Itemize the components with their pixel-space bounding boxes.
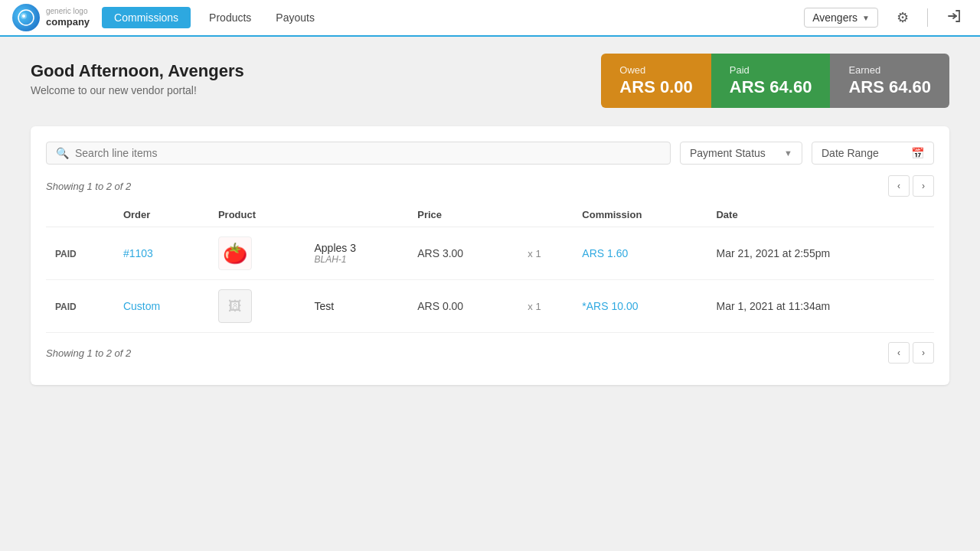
- col-product-img: [305, 203, 408, 227]
- stat-paid-value: ARS 64.60: [730, 77, 812, 97]
- product-image-placeholder: 🖼: [218, 289, 252, 323]
- search-box[interactable]: 🔍: [46, 142, 671, 165]
- table-card: 🔍 Payment Status ▼ Date Range 📅 Showing …: [31, 126, 949, 385]
- price-cell: ARS 3.00: [408, 227, 518, 280]
- pagination-top: Showing 1 to 2 of 2 ‹ ›: [46, 175, 934, 197]
- product-info-cell: Test: [305, 280, 408, 333]
- product-info-cell: Apples 3 BLAH-1: [305, 227, 408, 280]
- stat-paid: Paid ARS 64.60: [711, 54, 831, 108]
- main-content: Owed ARS 0.00 Paid ARS 64.60 Earned ARS …: [0, 37, 980, 409]
- vendor-name: Avengers: [812, 11, 858, 24]
- prev-page-button-bottom[interactable]: ‹: [888, 342, 910, 364]
- stat-paid-label: Paid: [730, 64, 812, 76]
- status-cell: PAID: [46, 280, 114, 333]
- logout-icon: [946, 8, 962, 28]
- commission-link[interactable]: ARS 1.60: [582, 247, 628, 259]
- next-page-button[interactable]: ›: [913, 175, 934, 197]
- payment-status-label: Payment Status: [690, 147, 766, 159]
- showing-text-bottom: Showing 1 to 2 of 2: [46, 347, 131, 359]
- payouts-nav-button[interactable]: Payouts: [270, 7, 321, 28]
- table-header-row: Order Product Price Commission Date: [46, 203, 934, 227]
- product-image-cell: 🖼: [209, 280, 305, 333]
- status-badge: PAID: [55, 249, 77, 259]
- product-image-cell: 🍅: [209, 227, 305, 280]
- commission-cell: ARS 1.60: [573, 227, 707, 280]
- status-badge: PAID: [55, 302, 77, 312]
- table-row: PAID Custom 🖼 Test ARS 0.00 x 1 *ARS 10.…: [46, 280, 934, 333]
- commission-cell: *ARS 10.00: [573, 280, 707, 333]
- calendar-icon: 📅: [911, 147, 924, 159]
- chevron-down-icon: ▼: [784, 148, 792, 158]
- showing-text-top: Showing 1 to 2 of 2: [46, 181, 131, 192]
- price-cell: ARS 0.00: [408, 280, 518, 333]
- commissions-nav-button[interactable]: Commissions: [102, 7, 191, 28]
- product-image: 🍅: [218, 236, 252, 270]
- order-link[interactable]: Custom: [123, 300, 160, 312]
- products-nav-button[interactable]: Products: [203, 7, 257, 28]
- col-status: [46, 203, 114, 227]
- qty-cell: x 1: [518, 227, 573, 280]
- col-commission: Commission: [573, 203, 707, 227]
- search-input[interactable]: [75, 147, 661, 159]
- search-icon: 🔍: [56, 147, 69, 159]
- order-cell: #1103: [114, 227, 209, 280]
- next-page-button-bottom[interactable]: ›: [913, 342, 934, 364]
- settings-button[interactable]: ⚙: [890, 6, 915, 29]
- vendor-selector[interactable]: Avengers ▼: [804, 8, 878, 28]
- svg-point-2: [22, 15, 25, 18]
- product-sku: BLAH-1: [314, 254, 399, 265]
- line-items-table: Order Product Price Commission Date PAID…: [46, 203, 934, 333]
- pagination-buttons-bottom: ‹ ›: [888, 342, 934, 364]
- stat-owed-value: ARS 0.00: [619, 77, 692, 97]
- stat-owed-label: Owed: [619, 64, 692, 76]
- stat-earned-label: Earned: [848, 64, 931, 76]
- logo: generic logo company: [12, 4, 90, 31]
- navbar: generic logo company Commissions Product…: [0, 0, 980, 37]
- stat-earned-value: ARS 64.60: [848, 77, 931, 97]
- stat-earned: Earned ARS 64.60: [830, 54, 949, 108]
- col-date: Date: [707, 203, 934, 227]
- date-cell: Mar 21, 2021 at 2:55pm: [707, 227, 934, 280]
- product-name: Test: [314, 300, 399, 312]
- date-range-label: Date Range: [822, 147, 879, 159]
- stats-row: Owed ARS 0.00 Paid ARS 64.60 Earned ARS …: [601, 54, 949, 108]
- col-product: Product: [209, 203, 305, 227]
- chevron-down-icon: ▼: [862, 14, 870, 22]
- col-qty: [518, 203, 573, 227]
- commission-link[interactable]: *ARS 10.00: [582, 300, 638, 312]
- date-range-button[interactable]: Date Range 📅: [812, 142, 934, 165]
- order-cell: Custom: [114, 280, 209, 333]
- col-order: Order: [114, 203, 209, 227]
- logout-button[interactable]: [940, 5, 968, 31]
- nav-divider: [927, 8, 928, 27]
- product-name: Apples 3: [314, 242, 399, 254]
- logo-line1: generic logo: [46, 7, 90, 16]
- logo-icon: [12, 4, 40, 31]
- status-cell: PAID: [46, 227, 114, 280]
- payment-status-dropdown[interactable]: Payment Status ▼: [680, 142, 802, 165]
- col-price: Price: [408, 203, 518, 227]
- gear-icon: ⚙: [897, 9, 909, 26]
- pagination-bottom: Showing 1 to 2 of 2 ‹ ›: [46, 342, 934, 364]
- table-row: PAID #1103 🍅 Apples 3 BLAH-1 ARS 3.00 x …: [46, 227, 934, 280]
- logo-line2: company: [46, 16, 90, 28]
- order-link[interactable]: #1103: [123, 247, 153, 259]
- date-cell: Mar 1, 2021 at 11:34am: [707, 280, 934, 333]
- filters-row: 🔍 Payment Status ▼ Date Range 📅: [46, 142, 934, 165]
- stat-owed: Owed ARS 0.00: [601, 54, 710, 108]
- pagination-buttons-top: ‹ ›: [888, 175, 934, 197]
- prev-page-button[interactable]: ‹: [888, 175, 910, 197]
- greeting-stats-row: Owed ARS 0.00 Paid ARS 64.60 Earned ARS …: [31, 61, 949, 108]
- qty-cell: x 1: [518, 280, 573, 333]
